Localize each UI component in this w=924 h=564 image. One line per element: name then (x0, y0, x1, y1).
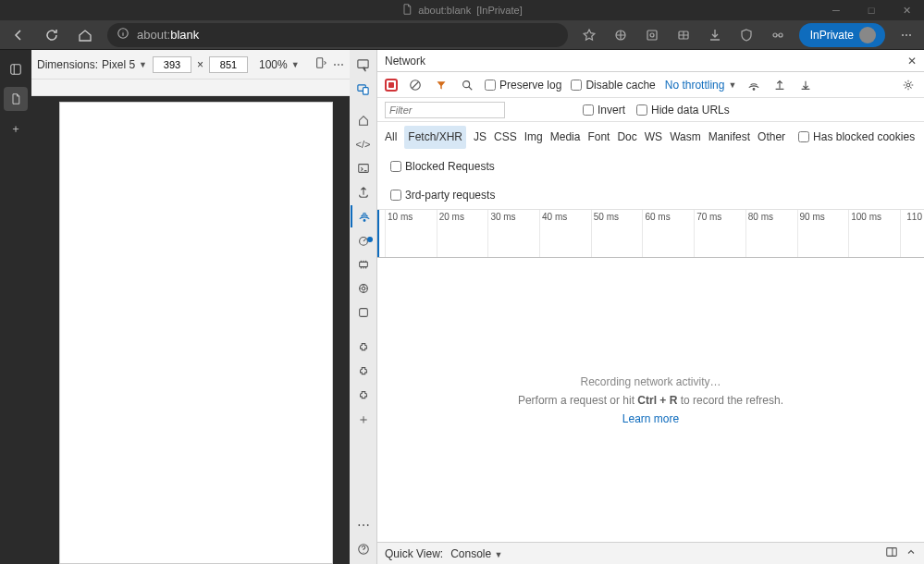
timing-ruler[interactable]: 10 ms 20 ms 30 ms 40 ms 50 ms 60 ms 70 m… (377, 210, 924, 258)
memory-tab-icon[interactable] (351, 253, 376, 276)
filter-type-ws[interactable]: WS (645, 127, 662, 148)
clear-button[interactable] (407, 77, 424, 93)
dimensions-label: Dimensions: (37, 58, 98, 71)
filter-input[interactable] (385, 102, 505, 118)
invert-checkbox[interactable]: Invert (583, 104, 625, 116)
learn-more-link[interactable]: Learn more (622, 412, 679, 425)
quick-view-dock-icon[interactable] (885, 546, 898, 561)
ruler-tick: 100 ms (848, 210, 900, 257)
home-button[interactable] (74, 24, 96, 46)
devtools-activity-bar: </> ＋ ⋯ (350, 50, 377, 564)
types-row: All Fetch/XHR JS CSS Img Media Font Doc … (377, 122, 924, 210)
ruler-tick: 70 ms (694, 210, 745, 257)
quick-view-expand-icon[interactable] (906, 546, 917, 560)
menu-button[interactable]: ⋯ (896, 25, 917, 45)
network-tab-icon[interactable] (351, 205, 376, 227)
rotate-icon[interactable] (314, 56, 327, 72)
site-info-icon[interactable] (117, 27, 129, 43)
tab-manager-icon[interactable] (4, 57, 28, 81)
downloads-icon[interactable] (705, 25, 725, 45)
extension-tab-icon[interactable] (351, 361, 376, 383)
collections-icon[interactable] (673, 25, 694, 45)
devtools-help-icon[interactable] (351, 538, 376, 560)
ruler-tick: 10 ms (385, 210, 437, 257)
window-maximize-button[interactable]: □ (854, 0, 889, 20)
quick-view-panel-select[interactable]: Console ▼ (450, 547, 502, 560)
window-minimize-button[interactable]: ─ (819, 0, 854, 20)
export-har-icon[interactable] (771, 77, 788, 93)
preserve-log-checkbox[interactable]: Preserve log (485, 79, 561, 92)
blocked-requests-checkbox[interactable]: Blocked Requests (390, 156, 495, 178)
third-party-checkbox[interactable]: 3rd-party requests (390, 185, 495, 206)
empty-state: Recording network activity… Perform a re… (377, 258, 924, 542)
ruler-tick: 50 ms (591, 210, 643, 257)
extension-tab-icon[interactable] (351, 337, 376, 359)
security-icon[interactable] (736, 25, 757, 45)
add-tab-icon[interactable]: ＋ (351, 409, 376, 431)
address-bar[interactable]: about:blank (107, 23, 568, 47)
record-button[interactable] (385, 79, 398, 92)
filter-type-fetchxhr[interactable]: Fetch/XHR (404, 126, 466, 149)
panel-close-button[interactable]: ✕ (907, 55, 917, 67)
filter-type-manifest[interactable]: Manifest (708, 127, 750, 148)
throttling-select[interactable]: No throttling▼ (665, 79, 737, 92)
hide-data-urls-label: Hide data URLs (651, 104, 730, 116)
devtools-more-icon[interactable]: ⋯ (351, 514, 376, 536)
svg-rect-7 (11, 65, 21, 75)
filter-row: Invert Hide data URLs (377, 98, 924, 122)
filter-type-doc[interactable]: Doc (617, 127, 636, 148)
sources-tab-icon[interactable] (351, 181, 376, 203)
console-tab-icon[interactable] (351, 157, 376, 179)
welcome-tab-icon[interactable] (351, 109, 376, 131)
svg-point-13 (363, 220, 365, 222)
svg-point-5 (773, 33, 777, 37)
filter-type-font[interactable]: Font (587, 127, 610, 148)
filter-type-other[interactable]: Other (758, 127, 785, 148)
avatar-icon (859, 27, 876, 43)
svg-point-21 (463, 80, 470, 87)
performance-tab-icon[interactable] (351, 229, 376, 251)
favorite-icon[interactable] (579, 25, 599, 45)
network-conditions-icon[interactable] (745, 77, 762, 93)
elements-tab-icon[interactable]: </> (351, 133, 376, 155)
has-blocked-cookies-checkbox[interactable]: Has blocked cookies (798, 127, 915, 148)
refresh-button[interactable] (41, 24, 63, 46)
preserve-log-label: Preserve log (499, 79, 561, 92)
new-tab-button[interactable]: ＋ (4, 116, 28, 141)
disable-cache-checkbox[interactable]: Disable cache (571, 79, 655, 92)
blocked-requests-label: Blocked Requests (405, 156, 495, 178)
security-tab-icon[interactable] (351, 301, 376, 324)
filter-type-js[interactable]: JS (474, 127, 487, 148)
network-settings-icon[interactable] (900, 77, 917, 93)
inspect-element-icon[interactable] (351, 54, 376, 76)
zoom-select[interactable]: 100% ▼ (259, 58, 300, 71)
filter-type-all[interactable]: All (385, 127, 397, 148)
quick-view-bar: Quick View: Console ▼ (377, 542, 924, 564)
filter-icon[interactable] (433, 77, 450, 93)
application-tab-icon[interactable] (351, 277, 376, 300)
device-toolbar-menu[interactable]: ⋯ (333, 58, 344, 71)
filter-type-img[interactable]: Img (524, 127, 543, 148)
svg-rect-18 (359, 309, 367, 317)
inprivate-indicator[interactable]: InPrivate (799, 23, 885, 47)
filter-type-media[interactable]: Media (550, 127, 581, 148)
window-close-button[interactable]: ✕ (889, 0, 924, 20)
viewport-width-input[interactable] (153, 56, 191, 73)
search-icon[interactable] (459, 77, 475, 93)
tracking-icon[interactable] (610, 25, 631, 45)
device-emulation-icon[interactable] (351, 78, 376, 100)
hide-data-urls-checkbox[interactable]: Hide data URLs (636, 104, 730, 116)
extensions-icon[interactable] (642, 25, 662, 45)
back-button[interactable] (7, 24, 30, 46)
tab-current[interactable] (4, 87, 28, 111)
filter-type-wasm[interactable]: Wasm (670, 127, 701, 148)
device-select[interactable]: Dimensions: Pixel 5 ▼ (37, 58, 147, 71)
device-name: Pixel 5 (102, 58, 135, 71)
import-har-icon[interactable] (797, 77, 814, 93)
invert-label: Invert (598, 104, 625, 116)
filter-type-css[interactable]: CSS (494, 127, 517, 148)
sync-icon[interactable] (768, 25, 788, 45)
svg-rect-9 (358, 59, 368, 67)
viewport-height-input[interactable] (209, 56, 248, 73)
extension-tab-icon[interactable] (351, 385, 376, 407)
